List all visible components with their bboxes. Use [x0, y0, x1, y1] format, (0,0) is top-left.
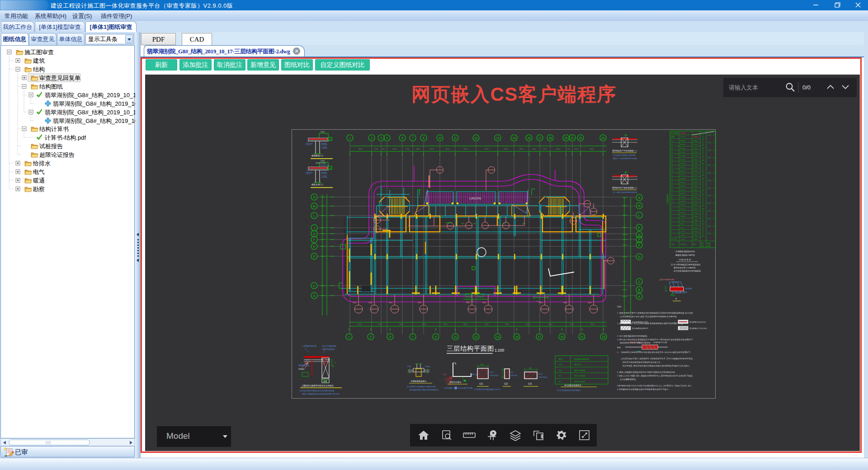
svg-text:23: 23	[602, 335, 605, 338]
svg-text:A8@200: A8@200	[574, 363, 582, 366]
svg-text:暖通: 暖通	[33, 177, 45, 184]
svg-text:注:此做法适用于梯板及与主体结构后浇连接,: 注:此做法适用于梯板及与主体结构后浇连接,	[299, 390, 335, 392]
svg-text:建筑: 建筑	[33, 57, 45, 64]
svg-text:18: 18	[671, 170, 673, 172]
svg-text:15: 15	[515, 335, 519, 338]
svg-text:C8@200(2): C8@200(2)	[490, 375, 499, 376]
svg-text:C25: C25	[708, 149, 711, 151]
svg-text:2.900: 2.900	[693, 189, 698, 191]
svg-text:1: 1	[348, 335, 350, 338]
svg-text:2.900: 2.900	[693, 147, 698, 150]
svg-text:屋面反坎做法: 屋面反坎做法	[449, 381, 462, 383]
svg-text:注:本工程结构标高为建筑标高减去: 注:本工程结构标高为建筑标高减去	[671, 263, 701, 266]
svg-text:悬挑板阳角下阴角筋构造(二): 悬挑板阳角下阴角筋构造(二)	[612, 187, 637, 189]
svg-text:C50: C50	[708, 232, 711, 235]
svg-text:1:100: 1:100	[495, 348, 505, 352]
svg-text:71.75: 71.75	[680, 136, 685, 138]
svg-text:卫生间沉箱防水做法: 卫生间沉箱防水做法	[659, 278, 675, 281]
svg-text:2.900: 2.900	[693, 136, 698, 138]
svg-text:45.65: 45.65	[680, 170, 685, 172]
svg-text:试桩报告: 试桩报告	[39, 143, 63, 150]
svg-text:WKL: WKL	[389, 301, 393, 304]
svg-text:2.15: 2.15	[680, 227, 684, 229]
svg-text:16.65: 16.65	[680, 208, 685, 210]
svg-text:C30: C30	[708, 179, 711, 182]
svg-text:3600: 3600	[399, 323, 404, 325]
svg-text:16: 16	[671, 178, 673, 180]
svg-text:2.900: 2.900	[693, 223, 698, 225]
svg-text:屋面: 屋面	[671, 136, 675, 138]
svg-text:墙柱: 墙柱	[700, 242, 704, 244]
svg-text:空调搁板顶标高同本层: 空调搁板顶标高同本层	[675, 250, 695, 253]
svg-text:3600: 3600	[422, 323, 427, 325]
svg-text:3: 3	[380, 136, 382, 140]
svg-text:10.85: 10.85	[680, 215, 685, 217]
svg-text:6: 6	[401, 136, 403, 140]
svg-text:900: 900	[567, 148, 570, 150]
svg-text:-0.75: -0.75	[680, 230, 685, 233]
svg-text:K: K	[638, 226, 641, 229]
svg-text:C45: C45	[708, 217, 711, 220]
svg-text:2.900: 2.900	[693, 238, 698, 240]
svg-text:注:本层砼墙柱截面及配筋 见C21: 注:本层砼墙柱截面及配筋 见C21	[474, 388, 500, 390]
svg-text:21: 21	[671, 159, 673, 161]
svg-text:13: 13	[496, 335, 500, 338]
svg-text:19: 19	[671, 166, 673, 168]
svg-text:M: M	[313, 205, 315, 208]
svg-text:36.95: 36.95	[680, 181, 685, 183]
svg-text:4: 4	[671, 223, 672, 225]
svg-text:1500: 1500	[374, 148, 379, 150]
svg-text:9: 9	[435, 335, 437, 338]
svg-text:24: 24	[671, 147, 673, 150]
svg-text:WKL: WKL	[588, 301, 592, 304]
svg-text:1: 1	[671, 234, 672, 236]
svg-text:C40: C40	[708, 210, 711, 212]
svg-text:18: 18	[548, 136, 552, 140]
svg-text:2600: 2600	[429, 148, 434, 150]
svg-text:注:未注明板底筋均按此表施工。: 注:未注明板底筋均按此表施工。	[557, 389, 583, 391]
svg-text:2.900: 2.900	[693, 219, 698, 221]
svg-text:H: H	[313, 232, 316, 235]
svg-text:D: D	[638, 255, 641, 258]
svg-text:2.900: 2.900	[693, 200, 698, 202]
svg-text:4: 4	[386, 136, 388, 140]
svg-text:2: 2	[370, 335, 372, 338]
svg-text:楼梯板预留筋: 楼梯板预留筋	[298, 364, 309, 367]
svg-text:1700: 1700	[406, 148, 410, 150]
svg-text:WKL: WKL	[482, 301, 487, 304]
svg-text:90: 90	[559, 375, 561, 377]
svg-text:3100: 3100	[378, 323, 383, 325]
svg-text:9.本图需与各专业图纸配合使用并现场复核无误后方可施工。: 9.本图需与各专业图纸配合使用并现场复核无误后方可施工。	[617, 388, 670, 391]
svg-text:地下室: 地下室	[670, 238, 677, 240]
svg-text:34.05: 34.05	[680, 185, 685, 187]
svg-text:19: 19	[560, 335, 564, 338]
svg-text:10: 10	[671, 200, 673, 202]
svg-text:48.55: 48.55	[680, 166, 685, 168]
svg-text:3600: 3600	[548, 323, 553, 325]
svg-text:3300: 3300	[485, 323, 489, 325]
svg-text:6. 楼面上有隔墙处板底附加筋详见平面图中虚线表示及相应配筋: 6. 楼面上有隔墙处板底附加筋详见平面图中虚线表示及相应配筋说明。	[617, 371, 677, 374]
svg-text:8: 8	[671, 208, 672, 210]
svg-text:A53抗裂: A53抗裂	[685, 287, 692, 290]
svg-text:上层楼板结构边线: 上层楼板结构边线	[302, 345, 316, 348]
svg-text:计算书-结构.pdf: 计算书-结构.pdf	[45, 134, 86, 141]
svg-text:42.75: 42.75	[680, 174, 685, 176]
svg-text:拉结筋: 拉结筋	[321, 175, 327, 177]
svg-text:400: 400	[529, 367, 532, 369]
svg-text:6Φ12@150: 6Φ12@150	[320, 164, 329, 166]
svg-text:3. 未注明板顶标高同本层结构标高。: 3. 未注明板顶标高同本层结构标高。	[617, 335, 649, 338]
svg-text:后浇带防水做法(一)样: 后浇带防水做法(一)样	[630, 341, 646, 343]
svg-text:11: 11	[454, 335, 457, 338]
svg-text:WKL: WKL	[563, 301, 568, 304]
svg-text:E: E	[313, 245, 316, 248]
svg-text:180: 180	[522, 222, 526, 225]
svg-text:2.900: 2.900	[693, 193, 698, 195]
svg-text:3300: 3300	[358, 323, 362, 325]
svg-text:3: 3	[671, 227, 672, 229]
svg-text:A8@200间距: A8@200间距	[574, 375, 586, 377]
svg-text:注:仅适用于无梁厚板处, 板厚详平面,: 注:仅适用于无梁厚板处, 板厚详平面,	[407, 385, 436, 388]
svg-text:2.900: 2.900	[693, 181, 698, 183]
svg-text:表示电梯间及电井坑: 表示电梯间及电井坑	[632, 327, 648, 330]
svg-text:C22: C22	[504, 383, 508, 385]
svg-text:加强筋做法见右图: 加强筋做法见右图	[653, 341, 667, 343]
